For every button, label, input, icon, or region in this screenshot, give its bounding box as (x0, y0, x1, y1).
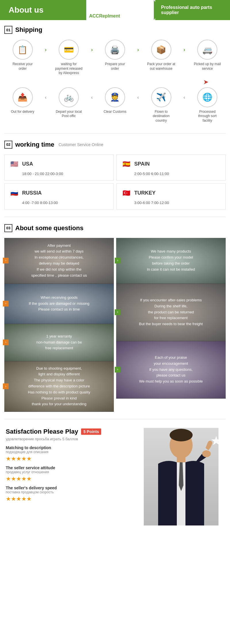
page-header: About us ACCReplment Professional auto p… (0, 0, 230, 20)
q-text-3: 1 year warrantynon-human damage can befr… (36, 333, 82, 351)
step-9-icon: ✈️ (151, 87, 171, 107)
working-time-title-row: 02 working time Customer Service Online (4, 141, 226, 149)
q-text-r2: If you encounter after-sales problemsDur… (139, 297, 203, 327)
step-8-icon: 👮 (105, 87, 125, 107)
q-arrow-r3: › (115, 367, 120, 373)
step-8-label: Clear Customs (103, 110, 126, 114)
divider-3 (4, 419, 226, 419)
usa-time: 18:00 - 21:00 22:00-3:00 (22, 172, 109, 176)
step-10: 🌐 Processed through sort facility (193, 87, 222, 123)
russia-name: RUSSIA (22, 190, 42, 196)
step-5-label: Picked up by mail service (193, 62, 222, 71)
points-badge: 5 Points (81, 428, 101, 435)
arrow-1: › (45, 47, 47, 53)
q-text-r1: We have many productsPlease confirm your… (147, 249, 195, 272)
about-us-title: About us (9, 5, 43, 15)
arrow-4: › (183, 47, 185, 53)
rating-1-stars: ★★★★★ (6, 455, 138, 462)
q-arrow-1: › (3, 258, 9, 263)
usa-flag: 🇺🇸 (9, 159, 19, 169)
questions-label: About some questions (15, 224, 83, 232)
step-1-icon: 📋 (13, 40, 33, 60)
step-7-icon: 🚲 (59, 87, 79, 107)
step-6: 📤 Out for delivery (8, 87, 37, 114)
svg-point-4 (202, 450, 211, 457)
satisfaction-right (144, 428, 224, 525)
shipping-row-2: 📤 Out for delivery ‹ 🚲 Depart your local… (4, 87, 226, 123)
step-3-icon: 🖨️ (105, 40, 125, 60)
step-2: 💳 waiting for payment released by Aliexp… (54, 40, 83, 75)
shipping-section-num: 01 (4, 26, 12, 34)
step-10-icon: 🌐 (197, 87, 217, 107)
arrow-3: › (137, 47, 139, 53)
q-arrow-r1: › (115, 258, 120, 263)
arrow-7: ‹ (137, 94, 139, 100)
rating-2-label: The seller service attitude (6, 465, 138, 470)
russia-time: 4:00 -7:00 8:00-13:00 (22, 201, 109, 205)
arrow-8: ‹ (183, 94, 185, 100)
rating-1-label: Matching to description (6, 445, 138, 450)
spain-header: 🇪🇸 SPAIN (121, 159, 221, 169)
brand-section: ACCReplment (86, 0, 155, 20)
step-8: 👮 Clear Customs (101, 87, 129, 114)
step-4: 📦 Pack your order at out warehouse (147, 40, 176, 71)
satisfaction-left: Satisfaction Please Play 5 Points удовле… (6, 428, 138, 525)
q-block-4: › Due to shooting equipment,light and di… (4, 361, 114, 412)
time-card-russia: 🇷🇺 RUSSIA 4:00 -7:00 8:00-13:00 (4, 183, 114, 210)
russia-header: 🇷🇺 RUSSIA (9, 188, 109, 198)
step-1-label: Receive your order (8, 62, 37, 71)
step-7-label: Depart your local Post offic (54, 110, 83, 119)
turkey-time: 3:00-6:00 7:00-12:00 (134, 201, 221, 205)
questions-section: 03 About some questions › After paymentw… (0, 218, 230, 418)
q-block-r2: › If you encounter after-sales problemsD… (116, 284, 226, 341)
divider-1 (4, 133, 226, 133)
step-4-icon: 📦 (151, 40, 171, 60)
questions-right-col: › We have many productsPlease confirm yo… (116, 238, 226, 412)
time-card-turkey: 🇹🇷 TURKEY 3:00-6:00 7:00-12:00 (116, 183, 226, 210)
q-text-1: After paymentwe will send out within 7 d… (31, 243, 87, 279)
step-5-icon: 🚐 (197, 40, 217, 60)
satisfaction-title: Satisfaction Please Play 5 Points (6, 428, 138, 435)
step-9-label: Flown to destination country (147, 110, 176, 123)
working-time-label: working time (15, 141, 54, 148)
rating-3-sub: поставка продавцом скорость (6, 490, 138, 494)
satisfaction-sub: удовлетворение просьба играть 5 баллов (6, 437, 138, 441)
q-arrow-2: › (3, 301, 9, 307)
q-text-4: Due to shooting equipment,light and disp… (28, 366, 90, 408)
questions-grid: › After paymentwe will send out within 7… (4, 238, 226, 412)
rating-3-label: The seller's delivery speed (6, 486, 138, 490)
q-arrow-3: › (3, 340, 9, 345)
q-block-r3: › Each of your praiseyour encouragementI… (116, 341, 226, 399)
tagline-section: Professional auto parts supplier (155, 0, 230, 20)
step-6-label: Out for delivery (11, 110, 34, 114)
q-text-r3: Each of your praiseyour encouragementIf … (139, 355, 203, 385)
step-4-label: Pack your order at out warehouse (147, 62, 176, 71)
questions-title-row: 03 About some questions (4, 224, 226, 232)
step-2-icon: 💳 (59, 40, 79, 60)
shipping-title-row: 01 Shipping (4, 26, 226, 34)
divider-2 (4, 217, 226, 217)
shipping-section: 01 Shipping 📋 Receive your order › 💳 wai… (0, 20, 230, 132)
rating-1: Matching to description подходящие для о… (6, 445, 138, 462)
time-grid: 🇺🇸 USA 18:00 - 21:00 22:00-3:00 🇪🇸 SPAIN… (4, 154, 226, 210)
questions-left-col: › After paymentwe will send out within 7… (4, 238, 114, 412)
step-3-label: Prepare your order (101, 62, 129, 71)
step-7: 🚲 Depart your local Post offic (54, 87, 83, 119)
about-us-section: About us (0, 0, 86, 20)
tagline-text: Professional auto parts supplier (161, 5, 224, 15)
arrow-2: › (91, 47, 93, 53)
usa-name: USA (22, 161, 33, 167)
usa-header: 🇺🇸 USA (9, 159, 109, 169)
step-1: 📋 Receive your order (8, 40, 37, 71)
person-illustration (144, 428, 218, 525)
questions-num: 03 (4, 224, 12, 232)
q-arrow-4: › (3, 383, 9, 389)
q-text-2: When receiving goodsIf the goods are dam… (29, 295, 89, 313)
time-card-usa: 🇺🇸 USA 18:00 - 21:00 22:00-3:00 (4, 154, 114, 181)
shipping-row-1: 📋 Receive your order › 💳 waiting for pay… (4, 40, 226, 75)
step-3: 🖨️ Prepare your order (101, 40, 129, 71)
brand-name: ACCReplment (89, 13, 120, 19)
q-block-1: › After paymentwe will send out within 7… (4, 238, 114, 284)
step-9: ✈️ Flown to destination country (147, 87, 176, 123)
time-card-spain: 🇪🇸 SPAIN 2:00-5:00 6:00-11:00 (116, 154, 226, 181)
